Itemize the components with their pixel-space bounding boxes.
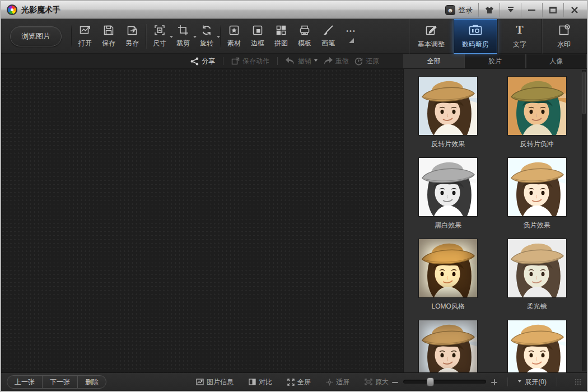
save-action-icon [231, 57, 240, 66]
filter-item[interactable]: LOMO风格 [404, 239, 493, 320]
undo-dropdown-caret[interactable] [314, 59, 318, 63]
filter-thumbnail[interactable] [508, 158, 566, 216]
svg-text:T: T [516, 24, 524, 36]
fit-screen-label: 适屏 [336, 377, 349, 387]
filter-label: 反转片效果 [431, 139, 465, 148]
view-tools: 图片信息 对比 全屏 适屏 [196, 377, 389, 387]
collage-button[interactable]: 拼图 [269, 22, 293, 50]
brush-button[interactable]: 画笔 [316, 22, 340, 50]
text-icon: T [513, 24, 526, 37]
zoom-slider[interactable] [403, 380, 486, 384]
more-tools-button[interactable]: ••• [340, 22, 362, 50]
restore-button[interactable]: 还原 [354, 57, 379, 66]
image-info-button[interactable]: 图片信息 [196, 377, 234, 387]
previous-photo-button[interactable]: 上一张 [7, 375, 43, 389]
rotate-label: 旋转 [200, 39, 213, 48]
image-info-icon [196, 379, 204, 385]
template-button[interactable]: 模板 [293, 22, 316, 50]
resize-button[interactable]: 尺寸 [148, 22, 171, 50]
filter-item[interactable]: 黑白效果 [404, 158, 493, 239]
undo-label: 撤销 [298, 57, 311, 66]
compare-button[interactable]: 对比 [249, 377, 272, 387]
resize-icon [153, 24, 166, 36]
mode-watermark[interactable]: 水印 [542, 19, 586, 54]
save-as-button[interactable]: 另存 [120, 22, 144, 50]
filter-panel: 反转片效果 反转片负冲 [403, 69, 587, 372]
zoom-in-icon[interactable] [491, 379, 497, 385]
maximize-button[interactable] [542, 3, 563, 17]
browse-images-label: 浏览图片 [21, 31, 50, 41]
footer-separator [557, 377, 557, 386]
filter-item[interactable] [493, 320, 582, 372]
redo-button[interactable]: 重做 [323, 57, 349, 66]
save-as-label: 另存 [125, 39, 139, 48]
rotate-button[interactable]: 旋转 [195, 22, 218, 50]
zoom-out-icon[interactable] [392, 379, 398, 385]
filter-thumbnail[interactable] [419, 320, 477, 372]
filter-item[interactable]: 反转片效果 [404, 77, 493, 158]
crop-button[interactable]: 裁剪 [171, 22, 195, 50]
fit-screen-icon [326, 379, 333, 386]
delete-photo-button[interactable]: 删除 [77, 375, 106, 389]
resize-grip[interactable] [575, 379, 581, 385]
mode-basic-adjust[interactable]: 基本调整 [409, 19, 453, 54]
app-title: 光影魔术手 [21, 5, 60, 15]
tab-portrait[interactable]: 人像 [526, 54, 587, 68]
save-label: 保存 [102, 39, 115, 48]
previous-photo-label: 上一张 [15, 377, 35, 387]
rotate-dropdown-caret[interactable] [217, 36, 220, 40]
skin-button[interactable] [478, 3, 500, 17]
filter-thumbnail[interactable] [419, 77, 477, 135]
filter-label: 柔光镜 [527, 302, 547, 310]
mode-text[interactable]: T 文字 [497, 19, 542, 54]
share-icon [190, 57, 199, 66]
close-icon [571, 7, 578, 13]
tab-all[interactable]: 全部 [403, 54, 464, 68]
tab-film[interactable]: 胶片 [464, 54, 525, 68]
content-area: 反转片效果 反转片负冲 [1, 69, 587, 372]
expand-button[interactable]: 展开(0) [518, 377, 547, 387]
filter-item[interactable]: 负片效果 [493, 158, 582, 239]
minimize-button[interactable] [521, 3, 542, 17]
filter-thumbnail[interactable] [508, 77, 566, 135]
filter-thumbnail[interactable] [508, 239, 566, 297]
fit-screen-button[interactable]: 适屏 [326, 377, 349, 387]
brush-label: 画笔 [321, 39, 335, 48]
filter-item[interactable] [404, 320, 493, 372]
login-label: 登录 [458, 5, 473, 15]
frame-label: 边框 [251, 39, 264, 48]
open-button[interactable]: 打开 [73, 22, 97, 50]
filter-thumbnail[interactable] [508, 320, 566, 372]
filter-thumbnail[interactable] [419, 239, 477, 297]
close-button[interactable] [563, 3, 585, 17]
frame-button[interactable]: 边框 [246, 22, 269, 50]
photo-nav-group: 上一张 下一张 删除 [7, 375, 106, 389]
save-as-icon [126, 24, 138, 36]
fullscreen-button[interactable]: 全屏 [287, 377, 311, 387]
next-photo-button[interactable]: 下一张 [42, 375, 78, 389]
zoom-slider-handle[interactable] [427, 377, 434, 386]
save-action-button[interactable]: 保存动作 [231, 57, 269, 66]
mode-digital-darkroom[interactable]: 数码暗房 [453, 19, 497, 54]
original-size-button[interactable]: 原大 [365, 377, 389, 387]
material-label: 素材 [227, 39, 241, 48]
panel-scrollbar[interactable] [582, 70, 586, 371]
image-canvas[interactable] [1, 69, 403, 372]
action-separator [277, 57, 278, 65]
tab-portrait-label: 人像 [549, 57, 563, 66]
filter-item[interactable]: 反转片负冲 [493, 77, 582, 158]
browse-images-button[interactable]: 浏览图片 [10, 26, 62, 46]
camera-icon [468, 24, 483, 37]
original-size-label: 原大 [375, 377, 389, 387]
filter-thumbnail[interactable] [419, 158, 477, 216]
share-button[interactable]: 分享 [190, 57, 215, 66]
rollup-button[interactable] [500, 3, 521, 17]
undo-button[interactable]: 撤销 [286, 57, 318, 66]
material-button[interactable]: 素材 [222, 22, 246, 50]
save-button[interactable]: 保存 [97, 22, 120, 50]
filter-item[interactable]: 柔光镜 [493, 239, 582, 320]
panel-scrollbar-thumb[interactable] [582, 72, 586, 114]
login-button[interactable]: ☻ 登录 [440, 5, 478, 15]
avatar-smiley-icon: ☻ [445, 5, 455, 15]
template-label: 模板 [298, 39, 311, 48]
